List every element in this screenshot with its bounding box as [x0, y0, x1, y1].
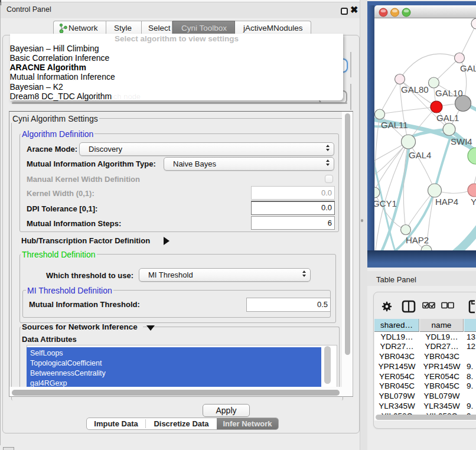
- svg-text:GAL80: GAL80: [401, 84, 429, 94]
- svg-text:GAL4: GAL4: [409, 150, 431, 160]
- svg-text:GAL11: GAL11: [381, 120, 408, 130]
- svg-text:HAP4: HAP4: [435, 197, 458, 207]
- svg-text:GAL10: GAL10: [435, 88, 463, 98]
- svg-text:HAP2: HAP2: [406, 235, 429, 245]
- svg-text:GAL7: GAL7: [460, 63, 476, 73]
- svg-text:YL: YL: [471, 197, 476, 207]
- svg-text:SWI4: SWI4: [451, 136, 472, 146]
- svg-text:GCY1: GCY1: [374, 198, 397, 208]
- svg-text:GAL1: GAL1: [436, 113, 459, 123]
